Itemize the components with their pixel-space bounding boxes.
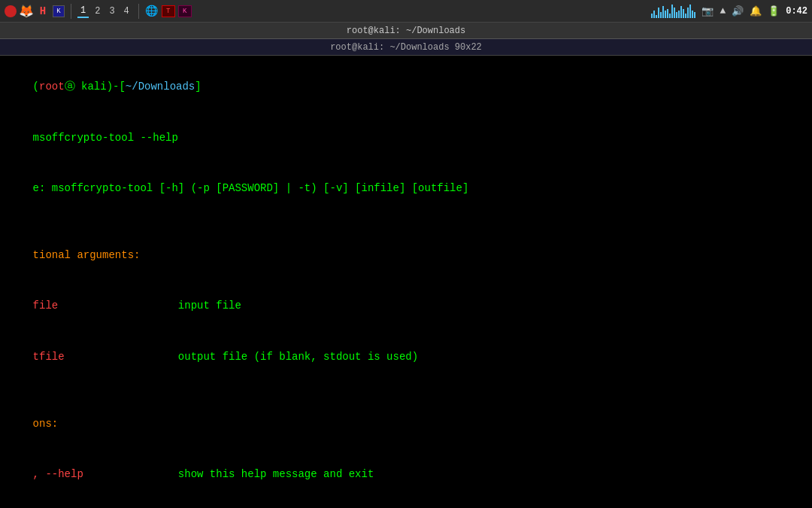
terminal-opt-password-1: [PASSWORD], --password [PASSWORD] <box>8 500 804 508</box>
win-title-text: root@kali: ~/Downloads 90x22 <box>330 42 482 53</box>
section-positional-label: tional arguments: <box>33 249 141 261</box>
title-text: root@kali: ~/Downloads <box>347 26 465 36</box>
arg-infile-name: file <box>33 300 178 312</box>
taskbar: 🦊 H K 1 2 3 4 🌐 T K <box>0 0 812 23</box>
prompt-at: ⓐ <box>65 81 75 93</box>
taskbar-left: 🦊 H K 1 2 3 4 🌐 T K <box>5 4 651 19</box>
app-icon-last[interactable]: K <box>178 5 192 17</box>
usage-text: e: msoffcrypto-tool [-h] (-p [PASSWORD] … <box>33 182 469 194</box>
terminal-section-options: ons: <box>8 399 804 449</box>
clock: 0:42 <box>786 6 807 17</box>
prompt-root-label: root <box>39 81 65 93</box>
taskbar-divider-1 <box>71 4 71 19</box>
prompt-sep1: )-[ <box>107 81 126 93</box>
taskbar-num-2[interactable]: 2 <box>92 5 103 17</box>
app-icon-terminal-red[interactable]: T <box>162 5 175 17</box>
taskbar-num-1[interactable]: 1 <box>77 5 89 18</box>
terminal-prompt-1: (rootⓐ kali)-[~/Downloads] <box>8 62 804 112</box>
prompt-open-paren: ( <box>33 81 39 93</box>
window-subtitle: root@kali: ~/Downloads 90x22 <box>0 39 812 56</box>
prompt-host: kali <box>75 81 107 93</box>
arg-outfile-name: tfile <box>33 351 178 363</box>
wifi-icon[interactable]: ▲ <box>720 5 726 17</box>
terminal-blank-2 <box>8 382 804 398</box>
section-options-label: ons: <box>33 418 59 430</box>
arg-outfile-desc: output file (if blank, stdout is used) <box>178 351 418 363</box>
battery-icon[interactable]: 🔋 <box>768 5 780 17</box>
app-icon-firefox[interactable]: 🦊 <box>20 5 33 18</box>
app-icon-4[interactable]: K <box>53 5 65 17</box>
terminal-command-line: msoffcrypto-tool --help <box>8 112 804 163</box>
app-icon-browser[interactable]: 🌐 <box>145 5 159 18</box>
terminal-arg-infile: file input file <box>8 281 804 331</box>
terminal-arg-outfile: tfile output file (if blank, stdout is u… <box>8 331 804 382</box>
app-icon-3[interactable]: H <box>36 5 50 18</box>
window-titlebar: root@kali: ~/Downloads <box>0 23 812 39</box>
terminal-opt-help: , --help show this help message and exit <box>8 449 804 500</box>
opt-help-desc: show this help message and exit <box>178 468 374 480</box>
camera-icon[interactable]: 📷 <box>701 5 714 17</box>
terminal-blank-1 <box>8 214 804 230</box>
audio-icon[interactable]: 🔊 <box>732 5 744 17</box>
terminal-usage-line: e: msoffcrypto-tool [-h] (-p [PASSWORD] … <box>8 163 804 213</box>
cpu-graph <box>651 5 695 18</box>
taskbar-right: 📷 ▲ 🔊 🔔 🔋 0:42 <box>651 5 807 18</box>
command-text: msoffcrypto-tool --help <box>33 132 178 144</box>
app-icon-1[interactable] <box>5 5 17 17</box>
terminal-area[interactable]: (rootⓐ kali)-[~/Downloads] msoffcrypto-t… <box>0 56 812 508</box>
prompt-close-bracket: ] <box>195 81 201 93</box>
terminal-section-positional: tional arguments: <box>8 230 804 281</box>
prompt-path-1: ~/Downloads <box>126 81 195 93</box>
taskbar-divider-2 <box>138 4 139 19</box>
taskbar-num-3[interactable]: 3 <box>106 5 117 17</box>
opt-help-name: , --help <box>33 468 178 480</box>
bell-icon[interactable]: 🔔 <box>750 5 762 17</box>
taskbar-num-4[interactable]: 4 <box>121 5 132 17</box>
arg-infile-desc: input file <box>178 300 241 312</box>
